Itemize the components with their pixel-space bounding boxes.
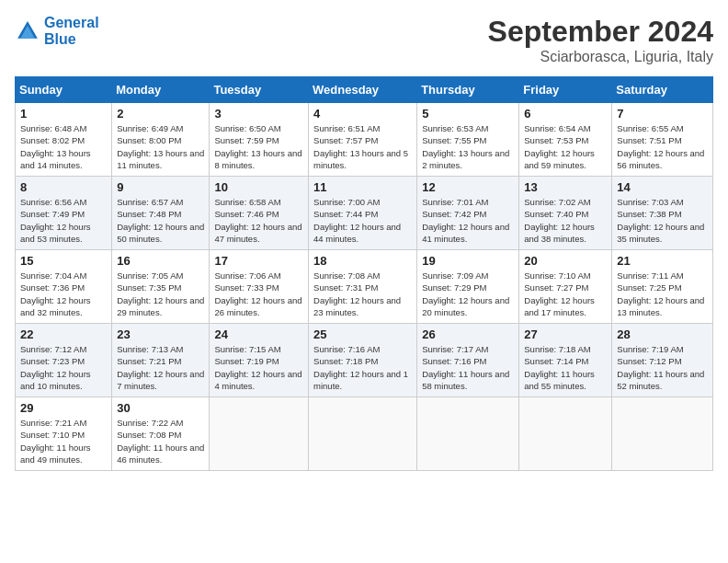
day-info: Sunrise: 6:50 AM Sunset: 7:59 PM Dayligh…	[214, 122, 303, 171]
weekday-row: SundayMondayTuesdayWednesdayThursdayFrid…	[16, 77, 713, 103]
calendar-cell: 30Sunrise: 7:22 AM Sunset: 7:08 PM Dayli…	[112, 397, 210, 471]
day-number: 26	[422, 327, 514, 341]
calendar-cell: 12Sunrise: 7:01 AM Sunset: 7:42 PM Dayli…	[417, 177, 519, 250]
calendar-cell: 4Sunrise: 6:51 AM Sunset: 7:57 PM Daylig…	[309, 103, 417, 177]
calendar-cell: 6Sunrise: 6:54 AM Sunset: 7:53 PM Daylig…	[519, 103, 612, 177]
calendar-week-row: 22Sunrise: 7:12 AM Sunset: 7:23 PM Dayli…	[16, 324, 713, 397]
calendar-cell: 21Sunrise: 7:11 AM Sunset: 7:25 PM Dayli…	[612, 250, 713, 324]
calendar-header: SundayMondayTuesdayWednesdayThursdayFrid…	[16, 77, 713, 103]
day-number: 23	[117, 327, 204, 341]
day-number: 30	[117, 401, 204, 415]
day-info: Sunrise: 7:16 AM Sunset: 7:18 PM Dayligh…	[313, 343, 412, 392]
day-number: 10	[214, 180, 303, 194]
day-info: Sunrise: 7:17 AM Sunset: 7:16 PM Dayligh…	[422, 343, 514, 392]
day-info: Sunrise: 6:58 AM Sunset: 7:46 PM Dayligh…	[214, 196, 303, 245]
title-area: September 2024 Sciarborasca, Liguria, It…	[488, 15, 713, 65]
calendar-cell: 13Sunrise: 7:02 AM Sunset: 7:40 PM Dayli…	[519, 177, 612, 250]
weekday-header: Thursday	[417, 77, 519, 103]
calendar-week-row: 29Sunrise: 7:21 AM Sunset: 7:10 PM Dayli…	[16, 397, 713, 471]
day-number: 18	[313, 254, 412, 268]
day-info: Sunrise: 7:18 AM Sunset: 7:14 PM Dayligh…	[524, 343, 607, 392]
day-info: Sunrise: 7:09 AM Sunset: 7:29 PM Dayligh…	[422, 270, 514, 318]
day-number: 5	[422, 107, 514, 121]
weekday-header: Monday	[112, 77, 210, 103]
location: Sciarborasca, Liguria, Italy	[488, 49, 713, 65]
day-info: Sunrise: 7:12 AM Sunset: 7:23 PM Dayligh…	[20, 343, 107, 392]
day-number: 20	[524, 254, 607, 268]
day-info: Sunrise: 7:10 AM Sunset: 7:27 PM Dayligh…	[524, 270, 607, 318]
day-info: Sunrise: 7:21 AM Sunset: 7:10 PM Dayligh…	[20, 417, 107, 465]
day-info: Sunrise: 7:02 AM Sunset: 7:40 PM Dayligh…	[524, 196, 607, 245]
calendar-cell	[417, 397, 519, 471]
day-info: Sunrise: 6:56 AM Sunset: 7:49 PM Dayligh…	[20, 196, 107, 245]
day-info: Sunrise: 6:48 AM Sunset: 8:02 PM Dayligh…	[20, 122, 107, 171]
day-number: 27	[524, 327, 607, 341]
calendar-cell	[519, 397, 612, 471]
day-info: Sunrise: 7:03 AM Sunset: 7:38 PM Dayligh…	[617, 196, 708, 245]
calendar-cell	[309, 397, 417, 471]
day-info: Sunrise: 6:57 AM Sunset: 7:48 PM Dayligh…	[117, 196, 204, 245]
day-info: Sunrise: 7:19 AM Sunset: 7:12 PM Dayligh…	[617, 343, 708, 392]
weekday-header: Wednesday	[309, 77, 417, 103]
day-number: 25	[313, 327, 412, 341]
day-info: Sunrise: 7:11 AM Sunset: 7:25 PM Dayligh…	[617, 270, 708, 318]
calendar-cell: 3Sunrise: 6:50 AM Sunset: 7:59 PM Daylig…	[210, 103, 309, 177]
weekday-header: Friday	[519, 77, 612, 103]
calendar-week-row: 15Sunrise: 7:04 AM Sunset: 7:36 PM Dayli…	[16, 250, 713, 324]
day-number: 8	[20, 180, 107, 194]
weekday-header: Sunday	[16, 77, 112, 103]
logo-text: General Blue	[44, 15, 99, 48]
logo: General Blue	[15, 15, 99, 48]
day-number: 21	[617, 254, 708, 268]
day-number: 14	[617, 180, 708, 194]
calendar-cell: 1Sunrise: 6:48 AM Sunset: 8:02 PM Daylig…	[16, 103, 112, 177]
day-info: Sunrise: 7:00 AM Sunset: 7:44 PM Dayligh…	[313, 196, 412, 245]
day-info: Sunrise: 7:08 AM Sunset: 7:31 PM Dayligh…	[313, 270, 412, 318]
day-number: 12	[422, 180, 514, 194]
calendar-cell: 28Sunrise: 7:19 AM Sunset: 7:12 PM Dayli…	[612, 324, 713, 397]
logo-icon	[15, 18, 40, 44]
calendar-cell: 20Sunrise: 7:10 AM Sunset: 7:27 PM Dayli…	[519, 250, 612, 324]
day-info: Sunrise: 6:49 AM Sunset: 8:00 PM Dayligh…	[117, 122, 204, 171]
calendar-body: 1Sunrise: 6:48 AM Sunset: 8:02 PM Daylig…	[16, 103, 713, 471]
day-number: 7	[617, 107, 708, 121]
calendar-cell: 19Sunrise: 7:09 AM Sunset: 7:29 PM Dayli…	[417, 250, 519, 324]
day-number: 13	[524, 180, 607, 194]
day-info: Sunrise: 7:13 AM Sunset: 7:21 PM Dayligh…	[117, 343, 204, 392]
day-info: Sunrise: 7:01 AM Sunset: 7:42 PM Dayligh…	[422, 196, 514, 245]
day-info: Sunrise: 6:54 AM Sunset: 7:53 PM Dayligh…	[524, 122, 607, 171]
calendar-cell: 23Sunrise: 7:13 AM Sunset: 7:21 PM Dayli…	[112, 324, 210, 397]
day-number: 9	[117, 180, 204, 194]
page-header: General Blue September 2024 Sciarborasca…	[15, 15, 713, 65]
calendar-cell: 11Sunrise: 7:00 AM Sunset: 7:44 PM Dayli…	[309, 177, 417, 250]
day-number: 24	[214, 327, 303, 341]
day-number: 28	[617, 327, 708, 341]
day-info: Sunrise: 7:06 AM Sunset: 7:33 PM Dayligh…	[214, 270, 303, 318]
calendar-cell: 10Sunrise: 6:58 AM Sunset: 7:46 PM Dayli…	[210, 177, 309, 250]
day-number: 15	[20, 254, 107, 268]
calendar-cell: 9Sunrise: 6:57 AM Sunset: 7:48 PM Daylig…	[112, 177, 210, 250]
calendar-cell: 8Sunrise: 6:56 AM Sunset: 7:49 PM Daylig…	[16, 177, 112, 250]
calendar-cell: 15Sunrise: 7:04 AM Sunset: 7:36 PM Dayli…	[16, 250, 112, 324]
calendar-cell: 18Sunrise: 7:08 AM Sunset: 7:31 PM Dayli…	[309, 250, 417, 324]
calendar-cell: 17Sunrise: 7:06 AM Sunset: 7:33 PM Dayli…	[210, 250, 309, 324]
day-number: 29	[20, 401, 107, 415]
calendar-cell: 26Sunrise: 7:17 AM Sunset: 7:16 PM Dayli…	[417, 324, 519, 397]
calendar-cell: 27Sunrise: 7:18 AM Sunset: 7:14 PM Dayli…	[519, 324, 612, 397]
day-info: Sunrise: 6:55 AM Sunset: 7:51 PM Dayligh…	[617, 122, 708, 171]
calendar-cell	[612, 397, 713, 471]
day-info: Sunrise: 6:51 AM Sunset: 7:57 PM Dayligh…	[313, 122, 412, 171]
day-info: Sunrise: 6:53 AM Sunset: 7:55 PM Dayligh…	[422, 122, 514, 171]
weekday-header: Tuesday	[210, 77, 309, 103]
calendar-cell: 16Sunrise: 7:05 AM Sunset: 7:35 PM Dayli…	[112, 250, 210, 324]
day-number: 19	[422, 254, 514, 268]
day-number: 2	[117, 107, 204, 121]
day-number: 6	[524, 107, 607, 121]
calendar-week-row: 8Sunrise: 6:56 AM Sunset: 7:49 PM Daylig…	[16, 177, 713, 250]
calendar-week-row: 1Sunrise: 6:48 AM Sunset: 8:02 PM Daylig…	[16, 103, 713, 177]
month-title: September 2024	[488, 15, 713, 49]
day-number: 22	[20, 327, 107, 341]
day-number: 4	[313, 107, 412, 121]
calendar-cell: 14Sunrise: 7:03 AM Sunset: 7:38 PM Dayli…	[612, 177, 713, 250]
calendar-cell: 7Sunrise: 6:55 AM Sunset: 7:51 PM Daylig…	[612, 103, 713, 177]
